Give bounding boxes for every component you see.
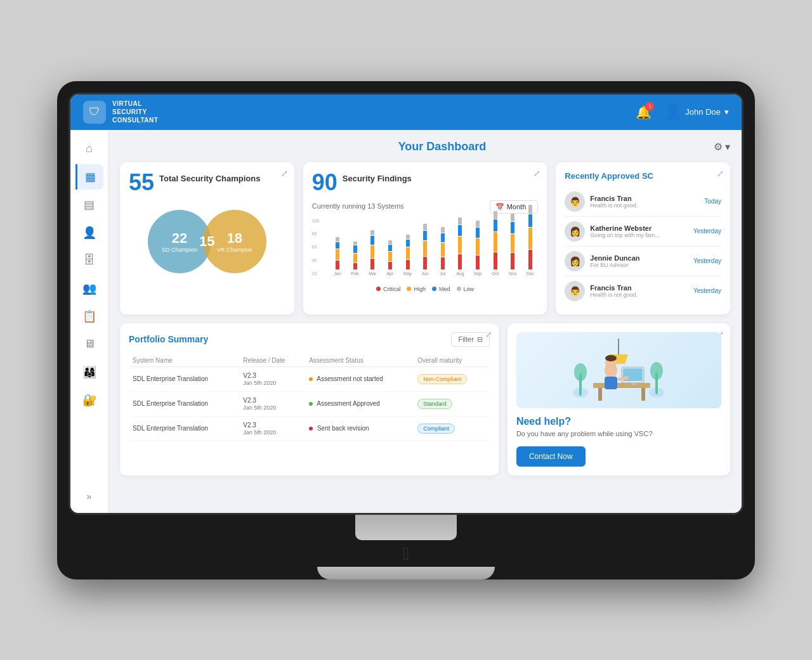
sc-list-item[interactable]: 👩 Jennie Duncan For BU Advisor Yesterday bbox=[565, 247, 721, 276]
main-content: Your Dashboard ⚙ ▾ ⤢ 55 bbox=[108, 130, 742, 513]
expand-icon[interactable]: ⤢ bbox=[485, 330, 492, 339]
bar-month-label: Jan bbox=[334, 271, 341, 276]
bar-stack bbox=[403, 235, 412, 270]
sd-label: SD Champion bbox=[162, 247, 197, 253]
notifications-button[interactable]: 🔔 1 bbox=[633, 102, 654, 122]
sc-info: Katherine Webster Going on trip with my … bbox=[590, 224, 688, 238]
bar-segment bbox=[336, 261, 339, 269]
sc-name: Jennie Duncan bbox=[590, 254, 688, 262]
sidebar-item-access[interactable]: 🔐 bbox=[75, 387, 103, 413]
sidebar-item-database[interactable]: 🗄 bbox=[75, 248, 103, 273]
svg-rect-10 bbox=[641, 388, 645, 401]
svg-rect-13 bbox=[631, 383, 636, 385]
sc-name: Francis Tran bbox=[590, 284, 688, 292]
sidebar: ⌂ ▦ ▤ 👤 🗄 👥 📋 🖥 👨‍👩‍👧 🔐 » bbox=[70, 130, 108, 513]
contact-now-button[interactable]: Contact Now bbox=[516, 446, 586, 467]
sc-list-item[interactable]: 👩 Katherine Webster Going on trip with m… bbox=[565, 217, 721, 247]
bar-month-label: Aug bbox=[456, 271, 464, 276]
med-dot bbox=[432, 287, 436, 291]
bar-segment bbox=[353, 242, 357, 245]
sidebar-item-dashboard[interactable]: ▦ bbox=[75, 164, 103, 190]
bar-segment bbox=[423, 257, 427, 269]
sc-subtitle: For BU Advisor bbox=[590, 262, 688, 268]
bar-month-label: Jun bbox=[421, 271, 428, 276]
user-name: John Doe bbox=[685, 107, 721, 117]
table-row[interactable]: SDL Enterprise Translation V2.3 Jan 5th … bbox=[129, 391, 490, 416]
bar-group-Jul: Jul bbox=[435, 227, 450, 276]
bar-group-Sep: Sep bbox=[470, 221, 486, 276]
cell-status: Assessment Approved bbox=[305, 391, 414, 416]
bottom-cards-grid: ⤢ Portfolio Summary Filter ⊟ bbox=[120, 323, 730, 476]
cell-system: SDL Enterprise Translation bbox=[129, 416, 239, 441]
bar-stack bbox=[491, 211, 500, 270]
med-label: Med bbox=[439, 286, 450, 292]
bar-segment bbox=[406, 260, 410, 269]
sidebar-item-home[interactable]: ⌂ bbox=[75, 136, 103, 162]
champions-count: 55 bbox=[129, 171, 154, 194]
sc-subtitle: Health is not good. bbox=[590, 202, 699, 209]
sidebar-expand-button[interactable]: » bbox=[75, 486, 103, 507]
cell-release: V2.3 Jan 5th 2020 bbox=[239, 391, 305, 416]
maturity-badge: Standard bbox=[417, 399, 452, 409]
calendar-icon: 📅 bbox=[495, 203, 504, 211]
date: Jan 5th 2020 bbox=[243, 380, 276, 386]
bar-segment bbox=[494, 252, 497, 269]
sidebar-item-users[interactable]: 👤 bbox=[75, 220, 103, 245]
sd-number: 22 bbox=[172, 230, 187, 247]
bar-segment bbox=[494, 211, 497, 219]
expand-icon[interactable]: ⤢ bbox=[717, 169, 724, 178]
notification-badge: 1 bbox=[645, 102, 654, 111]
bar-stack bbox=[333, 237, 342, 270]
bar-segment bbox=[528, 250, 532, 269]
cell-maturity: Non-Compliant bbox=[414, 366, 490, 391]
bar-segment bbox=[388, 240, 392, 244]
bar-segment bbox=[494, 219, 497, 231]
content-header: Your Dashboard ⚙ ▾ bbox=[120, 140, 730, 153]
version: V2.3 bbox=[243, 422, 256, 429]
bar-stack bbox=[368, 230, 377, 270]
sc-avatar: 👨 bbox=[565, 281, 585, 301]
security-findings-card: ⤢ 90 Security Findings Currently running… bbox=[303, 162, 547, 314]
portfolio-body: SDL Enterprise Translation V2.3 Jan 5th … bbox=[129, 366, 490, 441]
sc-info: Francis Tran Health is not good. bbox=[590, 284, 688, 298]
bar-segment bbox=[528, 214, 532, 227]
champions-title: Total Security Champions bbox=[159, 171, 260, 183]
user-menu-button[interactable]: 👤 John Doe ▾ bbox=[664, 104, 729, 120]
settings-button[interactable]: ⚙ ▾ bbox=[714, 141, 730, 153]
table-row[interactable]: SDL Enterprise Translation V2.3 Jan 5th … bbox=[129, 366, 490, 391]
sidebar-item-documents[interactable]: ▤ bbox=[75, 192, 103, 217]
table-row[interactable]: SDL Enterprise Translation V2.3 Jan 5th … bbox=[129, 416, 490, 441]
bar-segment bbox=[458, 236, 462, 254]
sidebar-item-team[interactable]: 👨‍👩‍👧 bbox=[75, 359, 103, 385]
col-status: Assessment Status bbox=[305, 354, 414, 367]
logo-icon: 🛡 bbox=[83, 101, 106, 124]
sc-avatar: 👩 bbox=[565, 221, 585, 242]
bar-segment bbox=[370, 245, 374, 258]
bar-segment bbox=[441, 233, 445, 242]
filter-button[interactable]: Filter ⊟ bbox=[451, 332, 489, 347]
sidebar-item-assets[interactable]: 🖥 bbox=[75, 332, 103, 357]
sc-list-item[interactable]: 👨 Francis Tran Health is not good. Today bbox=[565, 187, 721, 217]
bar-segment bbox=[423, 241, 427, 256]
col-system: System Name bbox=[129, 354, 239, 367]
cell-status: Assessment not started bbox=[305, 366, 414, 391]
sidebar-item-roles[interactable]: 👥 bbox=[75, 276, 103, 301]
bar-group-May: May bbox=[400, 235, 416, 276]
bar-segment bbox=[423, 224, 427, 230]
findings-title-row: 90 Security Findings bbox=[312, 171, 539, 194]
user-avatar-icon: 👤 bbox=[664, 104, 681, 120]
bar-stack bbox=[351, 242, 360, 270]
bar-month-label: Dec bbox=[527, 271, 534, 276]
cell-system: SDL Enterprise Translation bbox=[129, 391, 239, 416]
app-header: 🛡 VIRTUAL SECURITY CONSULTANT 🔔 1 👤 John bbox=[70, 94, 742, 130]
cell-status: Sent back revision bbox=[305, 416, 414, 441]
bar-stack bbox=[526, 205, 535, 270]
bar-month-label: Nov bbox=[509, 271, 516, 276]
expand-icon[interactable]: ⤢ bbox=[281, 169, 288, 178]
sidebar-item-reports[interactable]: 📋 bbox=[75, 304, 103, 329]
date: Jan 5th 2020 bbox=[243, 429, 276, 436]
cell-maturity: Compliant bbox=[414, 416, 490, 441]
expand-icon[interactable]: ⤢ bbox=[534, 169, 540, 178]
portfolio-table: System Name Release / Date Assessment St… bbox=[129, 354, 490, 441]
sc-list-item[interactable]: 👨 Francis Tran Health is not good. Yeste… bbox=[565, 276, 721, 306]
